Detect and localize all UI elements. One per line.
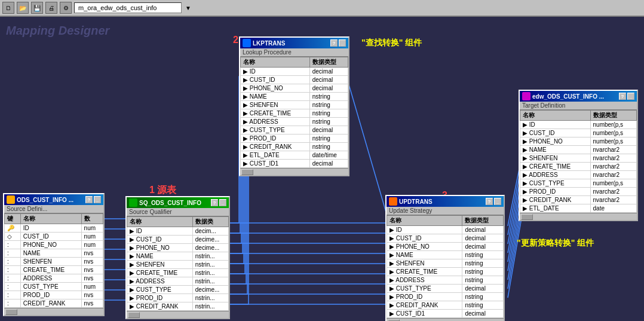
update-title: UPDTRANS [399, 198, 433, 205]
lookup-subtitle: Lookup Procedure [240, 48, 348, 57]
table-row[interactable]: ▶ NAMEnstring [387, 251, 504, 259]
update-table: 名称 数据类型 ▶ IDdecimal ▶ CUST_IDdecimal ▶ P… [387, 215, 504, 318]
lookup-titlebar: LKPTRANS ? _ [240, 38, 348, 48]
source-def-min-btn[interactable]: _ [94, 196, 101, 203]
table-row[interactable]: :SHENFENnvs [5, 258, 103, 266]
sq-icon [129, 198, 137, 207]
table-row[interactable]: ▶ ETL_DATEdate [520, 204, 637, 213]
table-row[interactable]: ▶ CUST_TYPEdecimal [387, 285, 504, 293]
table-row[interactable]: ▶ PHONE_NOnumber(p,s [520, 137, 637, 146]
save-icon[interactable]: 💾 [31, 2, 43, 14]
table-row[interactable]: ▶ PROD_IDnstrin... [127, 294, 229, 302]
table-row[interactable]: ▶ PROD_IDnstring [387, 293, 504, 301]
table-row[interactable]: ▶ SHENFENnstring [241, 101, 348, 109]
table-row[interactable]: ▶ CUST_TYPEdecime... [127, 286, 229, 294]
lookup-table: 名称 数据类型 ▶ IDdecimal ▶ CUST_IDdecimal ▶ P… [240, 57, 348, 168]
watermark-label: Mapping Designer [6, 24, 109, 38]
table-row[interactable]: ▶ SHENFENnstring [387, 259, 504, 268]
table-row[interactable]: :ADDRESSnvs [5, 274, 103, 283]
design-area: Mapping Designer [0, 17, 644, 321]
table-row[interactable]: :PHONE_NOnum [5, 241, 103, 249]
table-row[interactable]: ▶ ETL_DATEdate/time [241, 151, 348, 160]
settings-icon[interactable]: ⚙ [60, 2, 72, 14]
table-row[interactable]: ▶ CREATE_TIMEnstring [241, 109, 348, 118]
table-row[interactable]: ▶ ADDRESSnstrin... [127, 277, 229, 286]
source-def-col-name: 名称 [20, 214, 81, 224]
table-row[interactable]: ▶ ADDRESSnstring [387, 276, 504, 285]
title-bar: m_ora_edw_ods_cust_info [74, 2, 182, 13]
table-row[interactable]: :CREATE_TIMEnvs [5, 266, 103, 274]
target-help-btn[interactable]: ? [619, 93, 626, 100]
sq-hscroll[interactable] [127, 311, 229, 318]
table-row[interactable]: ▶ CUST_ID1decimal [241, 160, 348, 168]
main-canvas: 🗋 📂 💾 🖨 ⚙ m_ora_edw_ods_cust_info ▼ Mapp… [0, 0, 644, 321]
sq-table: 名称 数据类 ▶ IDdecim... ▶ CUST_IDdecime... ▶… [127, 216, 229, 311]
update-strategy-window: UPDTRANS ? _ Update Strategy 名称 数据类型 ▶ I… [385, 195, 505, 321]
lookup-help-btn[interactable]: ? [330, 39, 338, 47]
table-row[interactable]: ▶ PHONE_NOdecime... [127, 244, 229, 252]
lookup-hscroll[interactable] [240, 168, 348, 175]
table-row[interactable]: :CREDIT_RANKnvs [5, 299, 103, 308]
table-row[interactable]: ▶ NAMEnvarchar2 [520, 146, 637, 154]
table-row[interactable]: ▶ SHENFENnstrin... [127, 261, 229, 269]
table-row[interactable]: ▶ PROD_IDnvarchar2 [520, 188, 637, 196]
table-row[interactable]: ▶ IDdecimal [241, 68, 348, 76]
update-min-btn[interactable]: _ [494, 198, 501, 205]
table-row[interactable]: ▶ IDdecimal [387, 226, 504, 234]
table-row[interactable]: ▶ CUST_TYPEnumber(p,s [520, 179, 637, 188]
table-row[interactable]: ▶ NAMEnstrin... [127, 252, 229, 261]
source-def-help-btn[interactable]: ? [85, 196, 93, 203]
table-row[interactable]: ▶ SHENFENnvarchar2 [520, 154, 637, 163]
lookup-min-btn[interactable]: _ [339, 39, 346, 47]
table-row[interactable]: ▶ CREATE_TIMEnstring [387, 268, 504, 276]
source-def-icon [7, 195, 15, 204]
table-row[interactable]: ▶ PROD_IDnstring [241, 134, 348, 143]
new-icon[interactable]: 🗋 [2, 2, 14, 14]
target-hscroll[interactable] [520, 213, 637, 220]
toolbar: 🗋 📂 💾 🖨 ⚙ m_ora_edw_ods_cust_info ▼ [0, 0, 644, 17]
sq-help-btn[interactable]: ? [211, 199, 218, 206]
table-row[interactable]: ▶ CREDIT_RANKnstrin... [127, 302, 229, 311]
source-def-col-key: 键 [5, 214, 21, 224]
table-row[interactable]: ▶ IDdecim... [127, 227, 229, 236]
lookup-window: LKPTRANS ? _ Lookup Procedure 名称 数据类型 ▶ … [239, 36, 349, 176]
table-row[interactable]: ▶ CUST_TYPEdecimal [241, 126, 348, 134]
open-icon[interactable]: 📂 [17, 2, 29, 14]
table-row[interactable]: :NAMEnvs [5, 249, 103, 258]
table-row[interactable]: 🔑IDnum [5, 224, 103, 233]
table-row[interactable]: ▶ CUST_IDdecimal [387, 234, 504, 243]
table-row[interactable]: ▶ CREDIT_RANKnstring [387, 301, 504, 310]
table-row[interactable]: ▶ CUST_ID1decimal [387, 310, 504, 318]
table-row[interactable]: ▶ CUST_IDdecimal [241, 76, 348, 84]
table-row[interactable]: ▶ CREATE_TIMEnstrin... [127, 269, 229, 277]
target-min-btn[interactable]: _ [627, 93, 634, 100]
source-def-hscroll[interactable] [4, 308, 103, 315]
table-row[interactable]: :CUST_TYPEnum [5, 283, 103, 291]
table-row[interactable]: ▶ ADDRESSnvarchar2 [520, 171, 637, 179]
target-table: 名称 数据类型 ▶ IDnumber(p,s ▶ CUST_IDnumber(p… [520, 110, 637, 213]
table-row[interactable]: ▶ ADDRESSnstring [241, 118, 348, 126]
dropdown-arrow[interactable]: ▼ [185, 5, 191, 11]
table-row[interactable]: ▶ NAMEnstring [241, 93, 348, 101]
table-row[interactable]: ▶ PHONE_NOdecimal [241, 84, 348, 93]
table-row[interactable]: :PROD_IDnvs [5, 291, 103, 299]
target-titlebar: edw_ODS_CUST_INFO ... ? _ [520, 91, 637, 102]
source-def-col-type: 数 [81, 214, 103, 224]
table-row[interactable]: ▶ CREDIT_RANKnvarchar2 [520, 196, 637, 204]
target-title: edw_ODS_CUST_INFO ... [532, 93, 604, 100]
table-row[interactable]: ▶ PHONE_NOdecimal [387, 243, 504, 251]
table-row[interactable]: ◇CUST_IDnum [5, 233, 103, 241]
update-help-btn[interactable]: ? [486, 198, 493, 205]
table-row[interactable]: ▶ IDnumber(p,s [520, 121, 637, 129]
table-row[interactable]: ▶ CREDIT_RANKnstring [241, 143, 348, 151]
table-row[interactable]: ▶ CUST_IDnumber(p,s [520, 129, 637, 137]
update-hscroll[interactable] [387, 318, 504, 321]
svg-line-18 [346, 77, 388, 220]
table-row[interactable]: ▶ CUST_IDdecime... [127, 236, 229, 244]
lookup-chinese-label: "查找转换" 组件 [361, 38, 422, 48]
print-icon[interactable]: 🖨 [45, 2, 57, 14]
sq-title: SQ_ODS_CUST_INFO [139, 200, 201, 206]
target-subtitle: Target Definition [520, 102, 637, 110]
table-row[interactable]: ▶ CREATE_TIMEnvarchar2 [520, 163, 637, 171]
sq-min-btn[interactable]: _ [219, 199, 226, 206]
